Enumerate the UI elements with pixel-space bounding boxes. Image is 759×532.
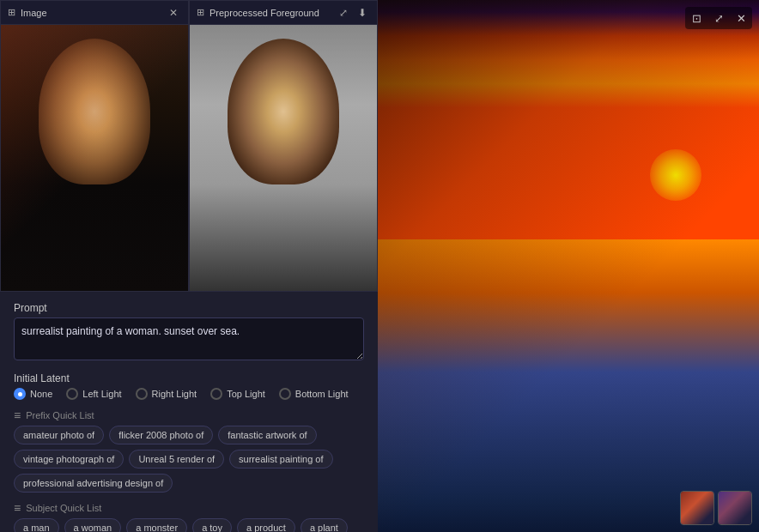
thumbnail-2-image bbox=[719, 492, 751, 524]
tag-unreal-render[interactable]: Unreal 5 render of bbox=[129, 450, 224, 469]
preprocessed-panel-title: Preprocessed Foreground bbox=[209, 8, 319, 18]
tag-vintage-photograph[interactable]: vintage photograph of bbox=[14, 450, 124, 469]
radio-left-light[interactable]: Left Light bbox=[66, 388, 121, 400]
controls-panel: Prompt surrealist painting of a woman. s… bbox=[0, 292, 378, 532]
tag-fantastic-artwork[interactable]: fantastic artwork of bbox=[218, 426, 316, 444]
character-overlay bbox=[378, 0, 759, 532]
thumbnail-1-image bbox=[681, 492, 713, 524]
main-close-button[interactable]: ✕ bbox=[732, 9, 750, 27]
radio-bottom-light-dot bbox=[279, 388, 291, 400]
preprocessed-panel-header: ⊞ Preprocessed Foreground ⤢ ⬇ bbox=[190, 1, 377, 25]
thumbnail-2[interactable] bbox=[718, 491, 752, 525]
tag-surrealist-painting[interactable]: surrealist painting of bbox=[229, 450, 332, 469]
radio-top-light-label: Top Light bbox=[227, 389, 265, 399]
radio-none-label: None bbox=[30, 389, 52, 399]
preprocessed-download-button[interactable]: ⬇ bbox=[355, 5, 370, 21]
subject-tags-row: a man a woman a monster a toy a product … bbox=[14, 518, 364, 532]
preprocessed-header-left: ⊞ Preprocessed Foreground bbox=[197, 7, 319, 18]
tag-amateur-photo[interactable]: amateur photo of bbox=[14, 426, 104, 444]
radio-left-light-label: Left Light bbox=[82, 389, 121, 399]
main-image-panel: ⊡ ⤢ ✕ bbox=[378, 0, 759, 532]
radio-bottom-light-label: Bottom Light bbox=[295, 389, 349, 399]
main-panel-controls: ⊡ ⤢ ✕ bbox=[685, 7, 752, 29]
tag-a-toy[interactable]: a toy bbox=[192, 518, 232, 532]
preprocessed-panel-content bbox=[190, 25, 377, 291]
radio-left-light-dot bbox=[66, 388, 78, 400]
radio-none[interactable]: None bbox=[14, 388, 52, 400]
radio-none-dot bbox=[14, 388, 26, 400]
tag-a-plant[interactable]: a plant bbox=[301, 518, 348, 532]
prefix-quick-list-header: Prefix Quick List bbox=[14, 408, 364, 422]
initial-latent-label: Initial Latent bbox=[14, 372, 364, 384]
prompt-label: Prompt bbox=[14, 302, 364, 314]
image-panel: ⊞ Image ✕ bbox=[0, 0, 189, 292]
tag-a-man[interactable]: a man bbox=[14, 518, 59, 532]
initial-latent-section: Initial Latent None Left Light Right Lig… bbox=[14, 372, 364, 400]
image-panel-icon: ⊞ bbox=[8, 7, 15, 18]
radio-bottom-light[interactable]: Bottom Light bbox=[279, 388, 349, 400]
preprocessed-expand-button[interactable]: ⤢ bbox=[336, 5, 351, 21]
tag-a-monster[interactable]: a monster bbox=[126, 518, 187, 532]
tag-professional-advertising[interactable]: professional advertising design of bbox=[14, 474, 173, 493]
image-row: ⊞ Image ✕ ⊞ Preprocessed Foreground ⤢ bbox=[0, 0, 378, 292]
main-fit-button[interactable]: ⊡ bbox=[687, 9, 706, 27]
image-panel-content bbox=[1, 25, 188, 291]
image-panel-title: Image bbox=[21, 8, 47, 18]
preprocessed-display bbox=[190, 25, 377, 291]
thumbnail-row bbox=[680, 491, 752, 525]
preprocessed-panel-icon: ⊞ bbox=[197, 7, 204, 18]
image-panel-controls: ✕ bbox=[166, 5, 181, 21]
tag-a-woman[interactable]: a woman bbox=[64, 518, 122, 532]
image-panel-header: ⊞ Image ✕ bbox=[1, 1, 188, 25]
radio-top-light[interactable]: Top Light bbox=[210, 388, 265, 400]
initial-latent-radio-group: None Left Light Right Light Top Light Bo bbox=[14, 388, 364, 400]
subject-quick-list-header: Subject Quick List bbox=[14, 501, 364, 515]
tag-a-product[interactable]: a product bbox=[237, 518, 295, 532]
left-panel: ⊞ Image ✕ ⊞ Preprocessed Foreground ⤢ bbox=[0, 0, 378, 532]
preprocessed-panel: ⊞ Preprocessed Foreground ⤢ ⬇ bbox=[189, 0, 378, 292]
image-panel-close-button[interactable]: ✕ bbox=[166, 5, 181, 21]
subject-quick-list-section: Subject Quick List a man a woman a monst… bbox=[14, 501, 364, 532]
radio-right-light[interactable]: Right Light bbox=[136, 388, 197, 400]
prefix-tags-row: amateur photo of flicker 2008 photo of f… bbox=[14, 426, 364, 493]
radio-right-light-dot bbox=[136, 388, 148, 400]
prefix-quick-list-section: Prefix Quick List amateur photo of flick… bbox=[14, 408, 364, 493]
preprocessed-panel-controls: ⤢ ⬇ bbox=[336, 5, 370, 21]
panel-header-left: ⊞ Image bbox=[8, 7, 47, 18]
prompt-section: Prompt surrealist painting of a woman. s… bbox=[14, 302, 364, 364]
main-expand-button[interactable]: ⤢ bbox=[709, 9, 728, 27]
thumbnail-1[interactable] bbox=[680, 491, 714, 525]
main-image-display bbox=[378, 0, 759, 532]
radio-right-light-label: Right Light bbox=[152, 389, 197, 399]
image-display bbox=[1, 25, 188, 291]
radio-top-light-dot bbox=[210, 388, 222, 400]
tag-flicker-photo[interactable]: flicker 2008 photo of bbox=[109, 426, 213, 444]
prompt-input[interactable]: surrealist painting of a woman. sunset o… bbox=[14, 317, 364, 360]
